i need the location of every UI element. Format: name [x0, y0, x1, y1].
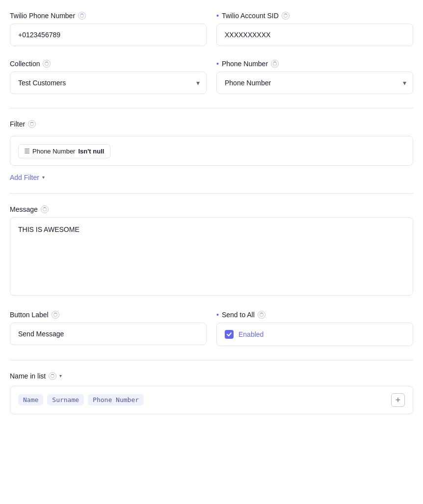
group-collection: Collection Test Customers All Customers …	[10, 60, 207, 94]
send-to-all-required: •	[216, 311, 219, 319]
twilio-sid-input[interactable]	[216, 24, 413, 46]
tag-phone-number: Phone Number	[88, 394, 144, 405]
divider-filter	[10, 108, 413, 108]
send-to-all-checkbox-wrapper[interactable]: Enabled	[216, 323, 413, 346]
filter-label-text: Filter	[10, 120, 25, 128]
filter-spinner-icon	[28, 120, 36, 128]
phone-number-label-text: Phone Number	[222, 60, 268, 68]
name-in-list-label-row: Name in list ▾	[10, 372, 413, 380]
add-filter-button[interactable]: Add Filter ▾	[10, 172, 45, 183]
name-in-list-box: Name Surname Phone Number +	[10, 386, 413, 414]
message-spinner-icon	[41, 205, 49, 213]
form-container: Twilio Phone Number • Twilio Account SID…	[10, 12, 413, 414]
message-label-text: Message	[10, 205, 38, 213]
collection-label: Collection	[10, 60, 207, 68]
filter-item: Phone Number Isn't null	[18, 144, 110, 158]
divider-name-in-list	[10, 360, 413, 360]
twilio-phone-label: Twilio Phone Number	[10, 12, 207, 20]
tag-list: Name Surname Phone Number	[18, 394, 144, 405]
send-to-all-label-text: Send to All	[222, 311, 255, 319]
message-textarea[interactable]: THIS IS AWESOME	[10, 217, 413, 296]
name-in-list-section: Name in list ▾ Name Surname Phone Number…	[10, 372, 413, 414]
collection-spinner-icon	[43, 60, 51, 68]
row-button-send: Button Label • Send to All Enabled	[10, 311, 413, 346]
phone-number-spinner-icon	[271, 60, 279, 68]
filter-section: Filter Phone Number Isn't null Add Filte…	[10, 120, 413, 183]
checkmark-icon	[226, 331, 232, 337]
tag-name: Name	[18, 394, 43, 405]
add-filter-label: Add Filter	[10, 174, 39, 181]
button-label-input[interactable]	[10, 323, 207, 345]
collection-select-wrapper: Test Customers All Customers New Custome…	[10, 72, 207, 94]
send-to-all-enabled-label: Enabled	[238, 330, 264, 338]
send-to-all-spinner-icon	[258, 311, 265, 319]
group-button-label: Button Label	[10, 311, 207, 346]
filter-box: Phone Number Isn't null	[10, 136, 413, 166]
send-to-all-label: • Send to All	[216, 311, 413, 319]
phone-number-required: •	[216, 60, 219, 68]
phone-number-select-wrapper: Phone Number Mobile Number Work Phone ▾	[216, 72, 413, 94]
filter-operator: Isn't null	[78, 148, 104, 155]
group-twilio-sid: • Twilio Account SID	[216, 12, 413, 46]
twilio-phone-label-text: Twilio Phone Number	[10, 12, 75, 20]
row-collection: Collection Test Customers All Customers …	[10, 60, 413, 94]
message-section: Message THIS IS AWESOME	[10, 205, 413, 297]
twilio-phone-input[interactable]	[10, 24, 207, 46]
button-label-label: Button Label	[10, 311, 207, 319]
filter-field-name: Phone Number	[32, 148, 75, 155]
twilio-phone-spinner-icon	[78, 12, 86, 20]
message-label-row: Message	[10, 205, 413, 213]
button-label-text: Button Label	[10, 311, 49, 319]
divider-message	[10, 193, 413, 194]
name-in-list-spinner-icon	[49, 372, 56, 380]
row-twilio: Twilio Phone Number • Twilio Account SID	[10, 12, 413, 46]
twilio-sid-label-text: Twilio Account SID	[222, 12, 279, 20]
name-in-list-label-text: Name in list	[10, 372, 46, 380]
send-to-all-checkbox[interactable]	[225, 330, 234, 339]
group-phone-number: • Phone Number Phone Number Mobile Numbe…	[216, 60, 413, 94]
button-label-spinner-icon	[52, 311, 59, 319]
group-send-to-all: • Send to All Enabled	[216, 311, 413, 346]
filter-label-row: Filter	[10, 120, 413, 128]
collection-label-text: Collection	[10, 60, 40, 68]
phone-number-select[interactable]: Phone Number Mobile Number Work Phone	[216, 72, 413, 94]
tag-surname: Surname	[47, 394, 84, 405]
collection-select[interactable]: Test Customers All Customers New Custome…	[10, 72, 207, 94]
filter-drag-icon[interactable]	[25, 149, 29, 153]
twilio-sid-required: •	[216, 12, 219, 20]
twilio-sid-label: • Twilio Account SID	[216, 12, 413, 20]
twilio-sid-spinner-icon	[282, 12, 290, 20]
group-twilio-phone: Twilio Phone Number	[10, 12, 207, 46]
add-tag-button[interactable]: +	[391, 393, 405, 407]
name-in-list-chevron-icon[interactable]: ▾	[59, 373, 62, 378]
add-filter-chevron-icon: ▾	[42, 175, 45, 180]
phone-number-label: • Phone Number	[216, 60, 413, 68]
